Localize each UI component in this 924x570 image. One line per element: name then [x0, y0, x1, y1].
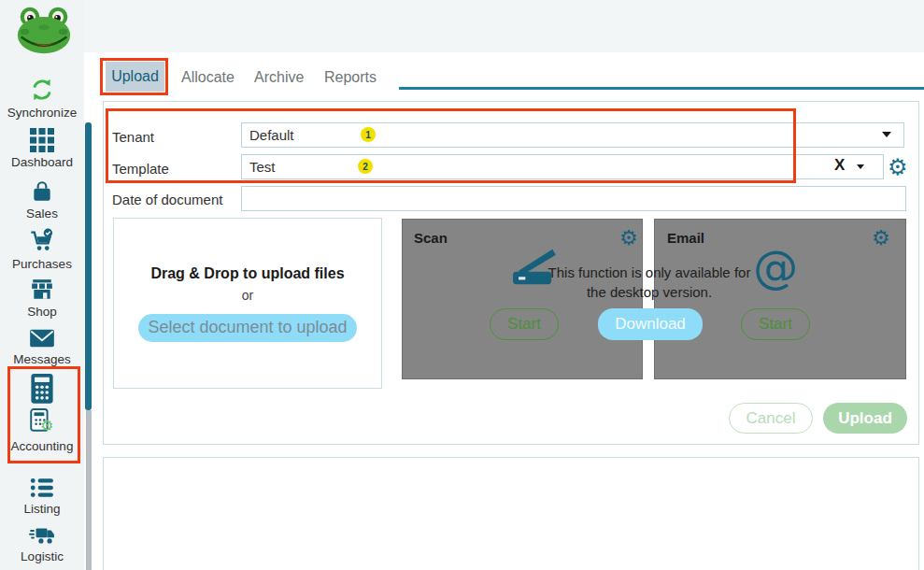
sidebar-item-label: Shop [27, 305, 57, 319]
scan-start-button[interactable]: Start [490, 308, 559, 340]
sidebar-item-listing[interactable]: Listing [0, 477, 84, 516]
tenant-label: Tenant [112, 129, 154, 145]
sidebar-item-messages[interactable]: Messages [0, 327, 84, 366]
upload-button[interactable]: Upload [823, 403, 907, 434]
top-strip [0, 0, 924, 52]
dropzone[interactable]: Drag & Drop to upload files or Select do… [113, 218, 382, 389]
date-of-document-label: Date of document [112, 192, 222, 207]
sidebar-item-dashboard[interactable]: Dashboard [0, 128, 84, 169]
sidebar-item-sales[interactable]: Sales [0, 179, 84, 221]
sidebar-item-label: Accounting [11, 439, 74, 453]
dropzone-title: Drag & Drop to upload files [150, 265, 344, 282]
template-dropdown-caret-icon[interactable] [857, 164, 864, 169]
sidebar-item-label: Synchronize [7, 106, 77, 120]
notice-line1: This function is only available for [519, 263, 780, 282]
dropzone-or: or [242, 288, 253, 303]
envelope-icon [29, 327, 55, 349]
template-clear-icon[interactable]: X [834, 156, 845, 175]
sidebar-item-label: Dashboard [11, 155, 73, 169]
tab-allocate[interactable]: Allocate [181, 69, 235, 86]
date-of-document-input[interactable] [241, 186, 906, 211]
sidebar-item-logistic[interactable]: Logistic [0, 524, 84, 563]
notice-line2: the desktop version. [519, 282, 780, 302]
tenant-dropdown-caret-icon[interactable] [882, 132, 891, 137]
calculator-settings-icon: ⚙ [26, 408, 58, 436]
annotation-badge-1: 1 [361, 127, 376, 142]
sidebar-scrollbar-thumb[interactable] [85, 122, 92, 410]
shopping-bag-icon [30, 179, 54, 204]
tabstrip-underline [399, 87, 924, 90]
template-label: Template [112, 161, 169, 177]
download-button[interactable]: Download [598, 308, 703, 340]
storefront-icon [30, 278, 54, 302]
app-window: Synchronize Dashboard Sales Purchases [0, 0, 924, 570]
frog-logo[interactable] [16, 5, 72, 59]
sidebar-item-shop[interactable]: Shop [0, 278, 84, 319]
tab-upload[interactable]: Upload [106, 62, 164, 92]
sidebar-item-accounting[interactable]: ⚙ Accounting [0, 374, 84, 453]
truck-icon [29, 524, 55, 547]
frog-icon [16, 5, 72, 55]
sidebar-item-label: Messages [13, 352, 71, 366]
sync-icon [29, 77, 55, 103]
email-start-button[interactable]: Start [741, 308, 810, 340]
dashboard-grid-icon [30, 128, 54, 152]
cart-check-icon [29, 228, 55, 254]
sidebar-item-label: Purchases [12, 257, 72, 271]
email-panel-title: Email [667, 230, 704, 246]
template-settings-gear-icon[interactable]: ⚙ [888, 156, 908, 178]
sidebar-item-synchronize[interactable]: Synchronize [0, 77, 84, 120]
green-gear-icon: ⚙ [40, 419, 53, 434]
annotation-badge-2: 2 [358, 159, 373, 174]
sidebar-scrollbar-track[interactable] [86, 410, 92, 570]
template-select[interactable]: Test [241, 154, 884, 179]
sidebar-item-label: Listing [23, 502, 60, 516]
calculator-icon [28, 374, 56, 409]
scan-settings-gear-icon[interactable]: ⚙ [619, 228, 638, 249]
tab-archive[interactable]: Archive [254, 69, 304, 86]
template-value: Test [249, 159, 276, 175]
desktop-only-notice: This function is only available for the … [519, 263, 780, 302]
tenant-select[interactable]: Default [241, 122, 904, 148]
results-panel [103, 457, 919, 570]
sidebar-item-purchases[interactable]: Purchases [0, 228, 84, 271]
email-settings-gear-icon[interactable]: ⚙ [872, 228, 890, 249]
sidebar-item-label: Logistic [21, 549, 64, 563]
cancel-button[interactable]: Cancel [729, 403, 813, 434]
tab-label: Upload [111, 68, 159, 85]
tab-reports[interactable]: Reports [324, 69, 377, 86]
tenant-value: Default [249, 127, 294, 143]
select-document-button[interactable]: Select document to upload [138, 314, 357, 342]
sidebar-item-label: Sales [26, 207, 58, 221]
scan-panel-title: Scan [414, 230, 448, 246]
list-icon [30, 477, 54, 499]
